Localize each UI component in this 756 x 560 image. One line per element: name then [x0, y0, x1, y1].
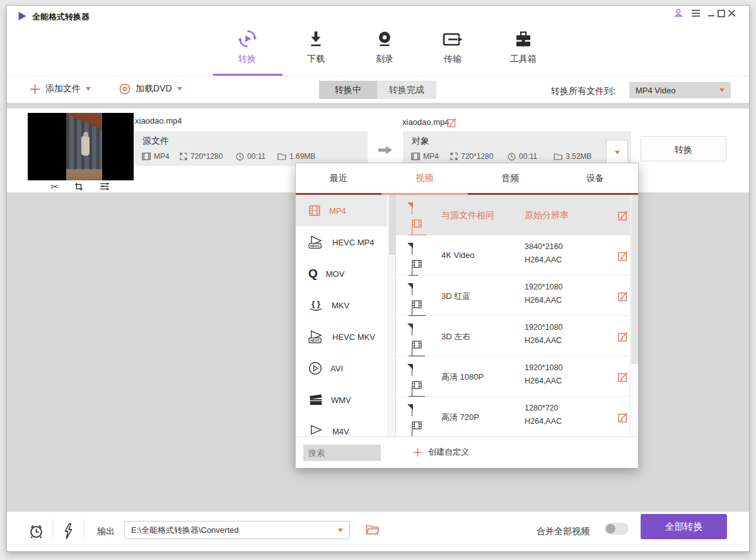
- high-speed-bolt-icon[interactable]: [62, 523, 73, 540]
- person-head: [83, 132, 88, 137]
- format-item-mp4[interactable]: MP4: [296, 195, 387, 226]
- add-file-label: 添加文件: [45, 83, 81, 95]
- format-item-hevc-mp4[interactable]: HEVC HEVC MP4: [296, 226, 387, 258]
- rename-edit-icon[interactable]: [447, 117, 457, 127]
- schedule-alarm-icon[interactable]: [28, 523, 44, 540]
- format-item-mov[interactable]: Q MOV: [296, 258, 387, 289]
- tab-burn[interactable]: 刻录: [354, 28, 415, 65]
- edit-preset-icon[interactable]: [618, 250, 629, 261]
- format-item-mkv[interactable]: { } MKV: [296, 289, 387, 321]
- crop-icon[interactable]: [74, 182, 83, 191]
- preset-row-4k[interactable]: 4K 4K Video 3840*2160 H264,AAC: [396, 235, 638, 276]
- target-format-dropdown-button[interactable]: [606, 140, 628, 165]
- edit-preset-icon[interactable]: [618, 291, 629, 301]
- chevron-down-icon: [719, 88, 724, 92]
- toggle-knob: [606, 524, 615, 534]
- preset-row-1080p[interactable]: 1080P 高清 1080P 1920*1080 H264,AAC: [396, 356, 638, 397]
- preset-row-same-as-source[interactable]: source 与源文件相同 原始分辨率: [396, 195, 638, 235]
- preset-row-3d-leftright[interactable]: 3D LR 3D 左右 1920*1080 H264,AAC: [396, 316, 638, 356]
- load-dvd-label: 加载DVD: [136, 83, 172, 95]
- target-info-box: 对象 MP4 720*1280 00:11 3.52MB: [403, 131, 631, 166]
- tab-converting[interactable]: 转换中: [319, 81, 377, 99]
- tab-toolbox[interactable]: 工具箱: [493, 28, 554, 65]
- convert-all-button[interactable]: 全部转换: [641, 514, 727, 539]
- format-label: WMV: [331, 395, 351, 405]
- merge-videos-label: 合并全部视频: [537, 526, 590, 537]
- plus-icon: [30, 84, 40, 95]
- format-item-hevc-mkv[interactable]: HEVC HEVC MKV: [296, 321, 387, 353]
- load-dvd-button[interactable]: 加载DVD: [119, 83, 182, 95]
- film-icon: [142, 153, 151, 160]
- svg-text:{ }: { }: [311, 299, 320, 308]
- svg-text:HEVC: HEVC: [310, 244, 320, 248]
- format-item-wmv[interactable]: WMV: [296, 384, 387, 416]
- search-input[interactable]: [303, 445, 381, 461]
- edit-preset-icon[interactable]: [618, 371, 629, 382]
- preset-row-3d-redblue[interactable]: 3D RB 3D 红蓝 1920*1080 H264,AAC: [396, 276, 638, 316]
- edit-preset-icon[interactable]: [618, 412, 629, 423]
- person-figure: [81, 136, 90, 156]
- app-title: 全能格式转换器: [32, 11, 90, 23]
- target-size: 3.52MB: [554, 152, 591, 161]
- popup-body: MP4 HEVC HEVC MP4 Q MOV { } MKV HEVC HEV…: [296, 195, 638, 436]
- scrollbar-thumb[interactable]: [631, 195, 638, 364]
- convert-button[interactable]: 转换: [641, 136, 726, 161]
- create-custom-label: 创建自定义: [428, 446, 469, 458]
- app-logo-icon: [17, 11, 28, 21]
- edit-preset-icon[interactable]: [618, 331, 629, 342]
- popup-tab-recent[interactable]: 最近: [296, 163, 381, 193]
- resize-icon: [450, 153, 458, 160]
- resize-icon: [180, 153, 187, 160]
- source-file-name: xiaodao.mp4: [135, 116, 182, 125]
- merge-videos-toggle[interactable]: [605, 523, 629, 535]
- clock-icon: [508, 153, 516, 161]
- target-box-title: 对象: [412, 136, 429, 147]
- hevc-play-icon: HEVC: [308, 330, 324, 344]
- open-folder-icon[interactable]: [366, 524, 379, 535]
- scrollbar-thumb[interactable]: [389, 195, 395, 255]
- preset-file-icon: 3D RB: [412, 284, 422, 320]
- add-file-button[interactable]: 添加文件: [30, 83, 91, 95]
- popup-tab-video[interactable]: 视频: [381, 163, 467, 193]
- nav-divider: [7, 76, 749, 76]
- chevron-down-icon: [615, 151, 620, 155]
- popup-tab-device[interactable]: 设备: [552, 163, 638, 193]
- edit-preset-icon[interactable]: [618, 210, 629, 221]
- format-item-m4v[interactable]: M4V: [296, 416, 387, 436]
- m4v-play-icon: [308, 424, 324, 436]
- tab-download[interactable]: 下载: [286, 28, 346, 65]
- source-format: MP4: [142, 152, 170, 161]
- chevron-down-icon: [177, 87, 182, 91]
- app-window: 全能格式转换器 转换 下载: [6, 5, 750, 552]
- format-list-scrollbar[interactable]: [388, 195, 395, 436]
- format-item-avi[interactable]: AVI: [296, 353, 387, 384]
- source-size: 1.69MB: [277, 152, 315, 161]
- menu-icon[interactable]: [690, 8, 701, 18]
- output-format-select[interactable]: MP4 Video: [629, 82, 731, 98]
- output-path-select[interactable]: E:\全能格式转换器\Converted: [124, 521, 350, 539]
- tab-download-label: 下载: [286, 54, 346, 65]
- tab-finished[interactable]: 转换完成: [377, 81, 436, 99]
- trim-scissors-icon[interactable]: ✂: [51, 182, 59, 191]
- divider: [52, 518, 53, 539]
- avi-play-circle-icon: [308, 361, 322, 375]
- wmv-clapper-icon: [308, 394, 323, 406]
- tab-transfer[interactable]: 传输: [422, 28, 483, 65]
- create-custom-button[interactable]: 创建自定义: [413, 446, 469, 458]
- popup-tab-audio[interactable]: 音频: [467, 163, 553, 193]
- video-thumbnail[interactable]: [28, 113, 134, 180]
- tab-convert[interactable]: 转换: [217, 28, 277, 65]
- tab-toolbox-label: 工具箱: [493, 54, 554, 65]
- convert-icon: [217, 28, 277, 49]
- preset-list-scrollbar[interactable]: [630, 195, 638, 436]
- preset-file-icon: 4K: [412, 243, 422, 279]
- output-format-value: MP4 Video: [636, 86, 719, 95]
- format-label: MP4: [329, 206, 346, 216]
- account-icon[interactable]: [673, 8, 684, 18]
- effects-sliders-icon[interactable]: [100, 182, 110, 190]
- target-file-name: xiaodao.mp4: [402, 117, 449, 127]
- svg-text:HEVC: HEVC: [310, 339, 320, 342]
- output-path-value: E:\全能格式转换器\Converted: [131, 525, 338, 536]
- close-icon[interactable]: [726, 8, 737, 18]
- preset-row-720p[interactable]: 720P 高清 720P 1280*720 H264,AAC: [396, 397, 638, 436]
